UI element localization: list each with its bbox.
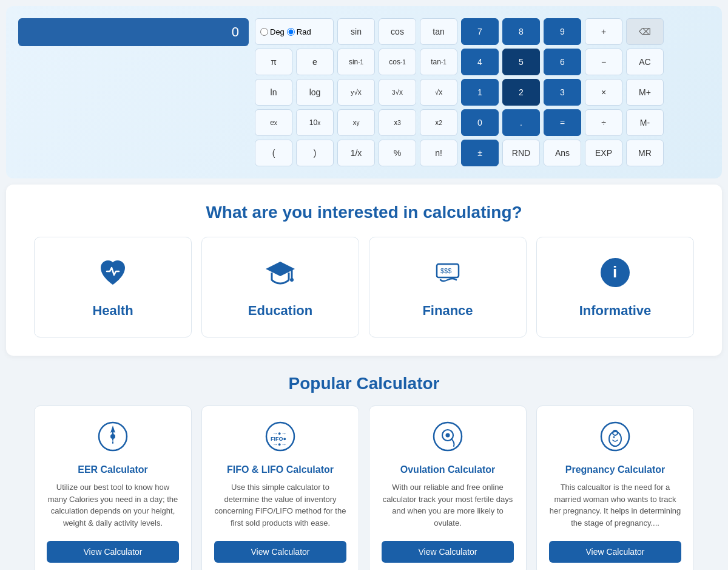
informative-icon: i	[598, 256, 632, 294]
popular-card-pregnancy: Pregnancy Calculator This calcualtor is …	[536, 405, 694, 570]
categories-section: What are you interested in calculating? …	[6, 185, 722, 356]
deg-radio[interactable]	[260, 28, 268, 36]
finance-icon: $$$	[431, 256, 465, 294]
svg-text:$$$: $$$	[440, 267, 451, 274]
btn-7[interactable]: 7	[461, 18, 499, 45]
btn-sqrt[interactable]: √x	[420, 79, 457, 106]
btn-4[interactable]: 4	[461, 49, 499, 75]
btn-0[interactable]: 0	[461, 109, 499, 136]
btn-3[interactable]: 3	[544, 79, 581, 106]
calc-row-4: ( ) 1/x % n! ± RND Ans EXP MR	[255, 140, 664, 166]
svg-point-18	[613, 436, 615, 438]
btn-equals[interactable]: =	[544, 109, 581, 136]
calc-row-1: π e sin-1 cos-1 tan-1 4 5 6 − AC	[255, 49, 664, 75]
category-card-finance[interactable]: $$$ Finance	[369, 237, 527, 338]
ovulation-view-btn[interactable]: View Calculator	[382, 541, 514, 563]
eer-desc: Utilize our best tool to know how many C…	[47, 481, 179, 529]
btn-ac[interactable]: AC	[626, 49, 664, 75]
svg-point-16	[609, 432, 621, 446]
popular-card-fifo: →●→ FIFO● →●→ FIFO & LIFO Calculator Use…	[201, 405, 359, 570]
btn-xy[interactable]: xy	[337, 109, 375, 136]
btn-minus[interactable]: −	[585, 49, 622, 75]
pregnancy-desc: This calcualtor is the need for a marrie…	[549, 481, 681, 529]
popular-card-eer: EER Calculator Utilize our best tool to …	[34, 405, 192, 570]
fifo-title: FIFO & LIFO Calculator	[227, 464, 334, 475]
svg-point-1	[290, 278, 294, 282]
btn-6[interactable]: 6	[544, 49, 581, 75]
btn-x2[interactable]: x2	[420, 109, 457, 136]
btn-cos-inv[interactable]: cos-1	[379, 49, 416, 75]
popular-card-ovulation: Ovulation Calculator With our reliable a…	[369, 405, 527, 570]
btn-divide[interactable]: ÷	[585, 109, 622, 136]
categories-title: What are you interested in calculating?	[18, 203, 710, 222]
calc-left: 0	[18, 18, 249, 53]
btn-close-paren[interactable]: )	[296, 140, 334, 166]
btn-mr[interactable]: MR	[626, 140, 664, 166]
btn-rnd[interactable]: RND	[502, 140, 540, 166]
popular-section: Popular Calculator EER Calculator Utiliz…	[0, 362, 728, 570]
btn-yroot[interactable]: y√x	[337, 79, 375, 106]
btn-expkey[interactable]: EXP	[585, 140, 622, 166]
btn-dot[interactable]: .	[502, 109, 540, 136]
informative-label: Informative	[579, 303, 652, 319]
btn-tan-inv[interactable]: tan-1	[420, 49, 457, 75]
btn-backspace[interactable]: ⌫	[626, 18, 664, 45]
deg-label[interactable]: Deg	[260, 27, 285, 36]
health-label: Health	[92, 303, 133, 319]
ovulation-desc: With our reliable and free online calcul…	[382, 481, 514, 529]
rad-radio[interactable]	[287, 28, 295, 36]
eer-icon	[97, 421, 129, 458]
btn-open-paren[interactable]: (	[255, 140, 292, 166]
btn-mplus[interactable]: M+	[626, 79, 664, 106]
btn-pi[interactable]: π	[255, 49, 292, 75]
btn-factorial[interactable]: n!	[420, 140, 457, 166]
btn-5[interactable]: 5	[502, 49, 540, 75]
btn-e[interactable]: e	[296, 49, 334, 75]
btn-10x[interactable]: 10x	[296, 109, 334, 136]
deg-text: Deg	[270, 27, 285, 36]
ovulation-icon	[432, 421, 463, 458]
finance-label: Finance	[422, 303, 473, 319]
btn-exp[interactable]: ex	[255, 109, 292, 136]
btn-1[interactable]: 1	[461, 79, 499, 106]
svg-text:→●→: →●→	[272, 441, 286, 447]
btn-ln[interactable]: ln	[255, 79, 292, 106]
fifo-view-btn[interactable]: View Calculator	[214, 541, 346, 563]
btn-x3[interactable]: x3	[379, 109, 416, 136]
btn-tan[interactable]: tan	[420, 18, 457, 45]
calc-row-3: ex 10x xy x3 x2 0 . = ÷ M-	[255, 109, 664, 136]
btn-cos[interactable]: cos	[379, 18, 416, 45]
btn-plus[interactable]: +	[585, 18, 622, 45]
btn-9[interactable]: 9	[544, 18, 581, 45]
btn-8[interactable]: 8	[502, 18, 540, 45]
category-card-education[interactable]: Education	[201, 237, 359, 338]
svg-text:i: i	[613, 263, 617, 281]
calculator-section: 0 Deg Rad sin cos tan 7	[6, 6, 722, 178]
eer-view-btn[interactable]: View Calculator	[47, 541, 179, 563]
btn-multiply[interactable]: ×	[585, 79, 622, 106]
category-card-informative[interactable]: i Informative	[536, 237, 694, 338]
fifo-icon: →●→ FIFO● →●→	[265, 421, 296, 458]
btn-plusminus[interactable]: ±	[461, 140, 499, 166]
pregnancy-view-btn[interactable]: View Calculator	[549, 541, 681, 563]
rad-text: Rad	[297, 27, 311, 36]
rad-label[interactable]: Rad	[287, 27, 311, 36]
btn-sin-inv[interactable]: sin-1	[337, 49, 375, 75]
btn-2[interactable]: 2	[502, 79, 540, 106]
education-label: Education	[248, 303, 312, 319]
calc-layout: 0 Deg Rad sin cos tan 7	[18, 18, 710, 166]
btn-sin[interactable]: sin	[337, 18, 375, 45]
btn-ans[interactable]: Ans	[544, 140, 581, 166]
pregnancy-icon	[599, 421, 631, 458]
svg-point-14	[446, 433, 450, 438]
category-card-health[interactable]: Health	[34, 237, 192, 338]
btn-3root[interactable]: 3√x	[379, 79, 416, 106]
category-cards: Health Education $$$	[18, 237, 710, 338]
calc-display: 0	[18, 18, 249, 46]
popular-cards: EER Calculator Utilize our best tool to …	[12, 405, 716, 570]
btn-log[interactable]: log	[296, 79, 334, 106]
btn-mminus[interactable]: M-	[626, 109, 664, 136]
health-icon	[96, 256, 130, 294]
btn-reciprocal[interactable]: 1/x	[337, 140, 375, 166]
btn-percent[interactable]: %	[379, 140, 416, 166]
